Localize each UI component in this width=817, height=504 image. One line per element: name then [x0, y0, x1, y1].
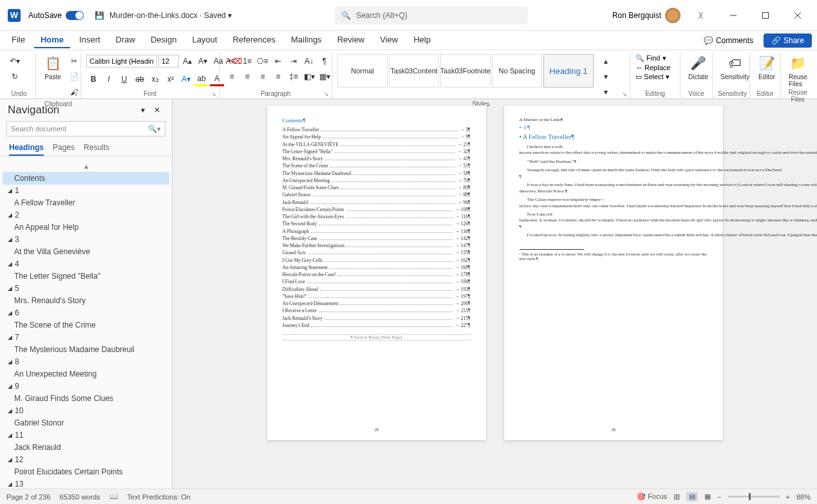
align-right-button[interactable]: ≡ — [256, 70, 270, 84]
nav-tree[interactable]: ▴ Contents ◢ 1A Fellow Traveller◢ 2An Ap… — [0, 156, 172, 489]
text-effects-button[interactable]: A▾ — [179, 72, 193, 86]
styles-down-button[interactable]: ▾ — [599, 70, 613, 84]
status-words[interactable]: 65350 words — [60, 493, 100, 501]
nav-heading[interactable]: ◢ 6 — [3, 307, 169, 319]
nav-heading[interactable]: ◢ 1 — [3, 185, 169, 196]
borders-button[interactable]: ▦▾ — [317, 70, 332, 84]
shading-button[interactable]: ◧▾ — [302, 70, 316, 84]
copy-button[interactable]: 📄 — [67, 70, 81, 84]
nav-heading[interactable]: ◢ 11 — [3, 429, 169, 441]
bullets-button[interactable]: •≡ — [225, 54, 239, 68]
style-heading1[interactable]: Heading 1 — [543, 54, 594, 88]
redo-button[interactable]: ↻ — [8, 70, 22, 84]
toc-entry[interactable]: Difficulties·Ahead→ 193¶ — [283, 286, 471, 293]
zoom-level[interactable]: 88% — [796, 493, 811, 501]
autosave-toggle[interactable]: AutoSave — [28, 11, 84, 20]
nav-heading[interactable]: ◢ 13 — [3, 478, 169, 489]
sensitivity-button[interactable]: 🏷Sensitivity — [718, 54, 752, 80]
paragraph-launcher-icon[interactable]: ↘ — [324, 91, 329, 97]
clipboard-launcher-icon[interactable]: ↘ — [73, 91, 78, 97]
superscript-button[interactable]: x² — [164, 72, 178, 86]
tab-home[interactable]: Home — [34, 32, 70, 48]
line-spacing-button[interactable]: ‡≡ — [286, 70, 301, 84]
strike-button[interactable]: ab — [133, 72, 147, 86]
tab-references[interactable]: References — [226, 32, 281, 48]
toc-entry[interactable]: Journey's·End→ 227¶ — [283, 322, 471, 329]
nav-subitem[interactable]: Gabriel Stonor — [3, 416, 169, 429]
toc-entry[interactable]: Jack·Renauld→ 96¶ — [283, 199, 471, 206]
nav-heading[interactable]: ◢ 2 — [3, 209, 169, 221]
numbering-button[interactable]: 1≡ — [240, 54, 254, 68]
select-button[interactable]: ▭ Select ▾ — [635, 73, 670, 81]
status-predictions[interactable]: Text Predictions: On — [127, 493, 191, 501]
zoom-slider[interactable] — [728, 496, 780, 498]
subscript-button[interactable]: x₂ — [148, 72, 162, 86]
nav-heading[interactable]: ◢ 10 — [3, 405, 169, 416]
toc-entry[interactable]: The·Girl·with·the·Anxious·Eyes→ 116¶ — [283, 213, 471, 220]
bold-button[interactable]: B — [86, 72, 100, 86]
tab-review[interactable]: Review — [331, 32, 371, 48]
styles-more-button[interactable]: ▾ — [599, 85, 613, 99]
toc-entry[interactable]: The·Beroldy·Case→ 142¶ — [283, 235, 471, 242]
toc-entry[interactable]: The·Letter·Signed·"Bella"→ 32¶ — [283, 148, 471, 155]
print-layout-icon[interactable]: ▤ — [686, 492, 698, 501]
nav-dropdown-icon[interactable]: ▾ — [136, 103, 150, 117]
tab-view[interactable]: View — [373, 32, 404, 48]
style-task03footnote[interactable]: Task03Footnote — [440, 54, 491, 88]
document-area[interactable]: Contents¶ A·Fellow·Traveller→ 3¶An·Appea… — [173, 99, 817, 489]
toc-entry[interactable]: An·Unexpected·Dénouement→ 206¶ — [283, 300, 471, 307]
nav-tab-pages[interactable]: Pages — [53, 140, 75, 156]
toc-entry[interactable]: A·Fellow·Traveller→ 3¶ — [283, 126, 471, 133]
underline-button[interactable]: U — [117, 72, 131, 86]
style-nospacing[interactable]: No Spacing — [492, 54, 542, 88]
comments-button[interactable]: 💬 Comments — [699, 33, 758, 48]
toc-entry[interactable]: I·Receive·a·Letter→ 211¶ — [283, 307, 471, 314]
nav-subitem[interactable]: M. Giraud Finds Some Clues — [3, 392, 169, 405]
nav-heading[interactable]: ◢ 7 — [3, 331, 169, 343]
toc-entry[interactable]: Gabriel·Stonor→ 88¶ — [283, 191, 471, 198]
toc-entry[interactable]: "Save·Him!"→ 197¶ — [283, 293, 471, 300]
toc-entry[interactable]: Giraud·Acts→ 155¶ — [283, 249, 471, 256]
nav-subitem[interactable]: The Mysterious Madame Daubreuil — [3, 343, 169, 356]
multilevel-button[interactable]: ⎔≡ — [256, 54, 270, 68]
maximize-button[interactable] — [754, 6, 777, 24]
nav-subitem[interactable]: At the Villa Geneviève — [3, 245, 169, 258]
toc-entry[interactable]: Hercule·Poirot·on·the·Case!→ 178¶ — [283, 271, 471, 278]
font-launcher-icon[interactable]: ↘ — [211, 91, 216, 97]
close-button[interactable] — [786, 6, 809, 24]
decrease-indent-button[interactable]: ⇤ — [271, 54, 285, 68]
styles-launcher-icon[interactable]: ↘ — [622, 91, 627, 97]
search-bar[interactable]: 🔍 Search (Alt+Q) — [335, 6, 528, 24]
reuse-files-button[interactable]: 📁Reuse Files — [786, 54, 810, 88]
styles-gallery[interactable]: Normal Task03Content Task03Footnote No S… — [337, 54, 594, 88]
toc-entry[interactable]: Mrs.·Renauld's·Story→ 41¶ — [283, 155, 471, 162]
spellcheck-icon[interactable]: 📖 — [109, 492, 118, 501]
tab-design[interactable]: Design — [144, 32, 183, 48]
read-mode-icon[interactable]: ▥ — [673, 492, 680, 501]
nav-heading[interactable]: ◢ 3 — [3, 234, 169, 245]
toc-entry[interactable]: I·Use·My·Grey·Cells→ 162¶ — [283, 257, 471, 264]
toc-entry[interactable]: The·Scene·of·the·Crime→ 51¶ — [283, 162, 471, 169]
focus-mode-button[interactable]: 🎯 Focus — [637, 492, 667, 501]
nav-heading[interactable]: ◢ 9 — [3, 380, 169, 392]
share-button[interactable]: 🔗 Share — [764, 33, 812, 48]
toc-entry[interactable]: We·Make·Further·Investigations→ 147¶ — [283, 242, 471, 249]
toc-entry[interactable]: An·Amazing·Statement→ 168¶ — [283, 264, 471, 271]
nav-subitem[interactable]: An Appeal for Help — [3, 221, 169, 234]
tab-insert[interactable]: Insert — [73, 32, 107, 48]
nav-subitem[interactable]: An Unexpected Meeting — [3, 368, 169, 380]
italic-button[interactable]: I — [102, 72, 116, 86]
undo-button[interactable]: ↶▾ — [8, 54, 22, 68]
style-normal[interactable]: Normal — [337, 54, 388, 88]
style-task03content[interactable]: Task03Content — [389, 54, 439, 88]
tab-draw[interactable]: Draw — [109, 32, 142, 48]
nav-heading[interactable]: ◢ 12 — [3, 454, 169, 465]
toc-entry[interactable]: At·the·VILLA·GENEVIÈVE→ 21¶ — [283, 141, 471, 148]
ribbon-options-icon[interactable] — [690, 6, 713, 24]
toc-entry[interactable]: M.·Giraud·Finds·Some·Clues→ 80¶ — [283, 184, 471, 191]
dictate-button[interactable]: 🎤Dictate — [686, 54, 711, 80]
nav-heading[interactable]: ◢ 8 — [3, 356, 169, 368]
nav-heading[interactable]: ◢ 4 — [3, 258, 169, 270]
zoom-in-button[interactable]: + — [786, 493, 790, 501]
nav-heading[interactable]: ◢ 5 — [3, 283, 169, 294]
